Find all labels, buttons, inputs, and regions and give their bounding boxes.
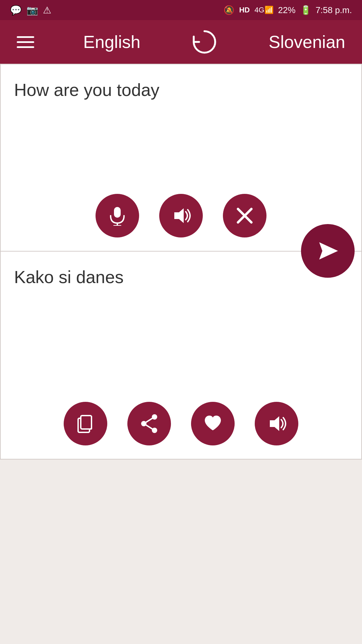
menu-button[interactable] [17,36,34,48]
svg-rect-11 [81,416,92,429]
target-panel: Kako si danes [0,252,362,460]
svg-line-15 [144,417,155,424]
menu-line-1 [17,36,34,38]
send-icon [316,239,340,263]
speaker-target-icon [266,414,287,434]
copy-icon [75,414,96,434]
battery-icon: 🔋 [300,5,311,15]
status-right-info: 🔕 HD 4G📶 22% 🔋 7:58 p.m. [224,5,352,15]
send-button[interactable] [301,224,355,278]
status-bar: 💬 📷 ⚠ 🔕 HD 4G📶 22% 🔋 7:58 p.m. [0,0,362,20]
speak-source-button[interactable] [159,194,203,237]
panels-wrapper: How are you today [0,64,362,460]
share-button[interactable] [127,402,171,445]
target-actions [1,402,361,445]
share-icon [139,414,159,434]
source-actions [1,194,361,237]
menu-line-2 [17,41,34,43]
microphone-button[interactable] [96,194,139,237]
status-left-icons: 💬 📷 ⚠ [10,5,51,16]
source-text: How are you today [14,78,348,102]
favorite-button[interactable] [191,402,235,445]
svg-line-16 [144,424,155,430]
speaker-icon [171,206,191,226]
alert-icon: ⚠ [43,5,51,16]
image-icon: 📷 [26,5,38,16]
clear-icon [235,206,255,226]
sync-icon [191,29,218,55]
battery-level: 22% [278,5,296,15]
target-text: Kako si danes [14,265,348,289]
whatsapp-icon: 💬 [10,5,22,16]
time-display: 7:58 p.m. [316,5,352,15]
svg-marker-6 [319,242,338,259]
heart-icon [203,414,223,434]
source-panel: How are you today [0,64,362,252]
source-language-button[interactable]: English [83,32,140,52]
svg-rect-0 [114,207,121,218]
swap-languages-button[interactable] [189,27,220,57]
network-icon: 4G📶 [254,6,273,14]
speak-target-button[interactable] [255,402,298,445]
mute-icon: 🔕 [224,5,234,15]
copy-button[interactable] [64,402,107,445]
svg-marker-17 [270,416,279,431]
toolbar: English Slovenian [0,20,362,64]
mic-icon [107,206,127,226]
menu-line-3 [17,46,34,48]
clear-button[interactable] [223,194,266,237]
target-language-button[interactable]: Slovenian [269,32,345,52]
svg-marker-3 [174,208,184,223]
hd-icon: HD [239,6,250,14]
